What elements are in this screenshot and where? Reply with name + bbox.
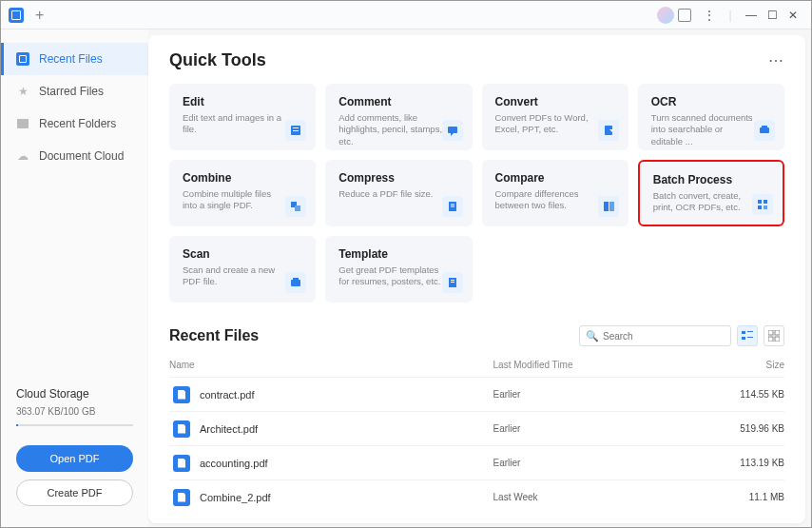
sidebar-item-label: Starred Files [39,85,104,98]
svg-rect-15 [764,200,767,204]
tool-title: OCR [651,95,771,108]
titlebar: + ⋮ | — ☐ ✕ [1,1,811,29]
svg-rect-24 [747,331,753,332]
svg-rect-2 [293,130,299,131]
tool-desc: Get great PDF templates for resumes, pos… [338,264,443,288]
file-name: contract.pdf [200,389,254,401]
sidebar: Recent Files Starred Files Recent Folder… [1,29,148,528]
tool-comment[interactable]: Comment Add comments, like highlights, p… [325,84,472,150]
tool-desc: Turn scanned documents into searchable o… [651,112,756,147]
cloud-storage-label: Cloud Storage [16,387,133,401]
quick-tools-heading: Quick Tools [169,50,768,70]
open-pdf-button[interactable]: Open PDF [16,445,133,472]
svg-rect-18 [291,280,300,286]
grid-icon [768,330,780,342]
pdf-file-icon [173,489,190,506]
cloud-storage-usage: 363.07 KB/100 GB [16,406,133,417]
pdf-file-icon [173,386,190,403]
svg-rect-21 [451,280,454,281]
recent-files-heading: Recent Files [169,327,579,344]
app-logo-icon [9,8,24,23]
table-row[interactable]: accounting.pdf Earlier 113.19 KB [169,445,784,479]
main-content: Quick Tools ⋯ Edit Edit text and images … [148,35,805,523]
svg-rect-28 [775,330,780,335]
col-size: Size [687,360,784,370]
batch-process-icon [752,194,773,215]
search-icon: 🔍 [586,330,599,342]
message-icon[interactable] [678,9,699,22]
divider: | [720,9,741,22]
search-input[interactable] [603,331,725,342]
svg-rect-29 [768,337,773,342]
tool-desc: Convert PDFs to Word, Excel, PPT, etc. [495,112,600,136]
list-view-button[interactable] [737,325,758,346]
storage-bar [16,424,133,426]
tool-title: Edit [183,95,302,108]
tool-template[interactable]: Template Get great PDF templates for res… [325,236,472,303]
sidebar-item-starred-files[interactable]: Starred Files [1,75,148,108]
tool-batch-process[interactable]: Batch Process Batch convert, create, pri… [638,160,784,226]
table-row[interactable]: contract.pdf Earlier 114.55 KB [169,377,784,411]
sidebar-item-label: Recent Folders [39,117,116,130]
col-name: Name [169,360,493,370]
recent-files-table: Name Last Modified Time Size contract.pd… [169,354,784,514]
comment-icon [442,120,463,141]
file-name: Combine_2.pdf [200,492,271,503]
file-time: Earlier [493,389,687,400]
tool-title: Batch Process [653,173,769,186]
pdf-file-icon [173,420,190,438]
menu-dots-icon[interactable]: ⋮ [699,9,720,22]
tool-edit[interactable]: Edit Edit text and images in a file. [169,84,316,150]
svg-rect-1 [293,127,299,128]
tool-convert[interactable]: Convert Convert PDFs to Word, Excel, PPT… [482,84,628,150]
minimize-button[interactable]: — [741,9,762,22]
svg-rect-19 [293,278,299,281]
sidebar-item-document-cloud[interactable]: Document Cloud [1,140,148,172]
svg-rect-30 [775,337,780,342]
close-button[interactable]: ✕ [783,9,803,22]
file-time: Earlier [493,423,687,434]
tool-ocr[interactable]: OCR Turn scanned documents into searchab… [638,84,784,150]
tool-title: Template [338,247,458,261]
svg-rect-26 [747,337,753,338]
combine-icon [285,196,306,217]
ocr-icon [754,120,775,141]
svg-rect-27 [768,330,773,335]
grid-view-button[interactable] [764,325,784,346]
search-field[interactable]: 🔍 [579,325,731,346]
table-header: Name Last Modified Time Size [169,354,784,377]
sidebar-item-recent-folders[interactable]: Recent Folders [1,108,148,140]
tool-title: Compare [495,171,615,185]
template-icon [442,272,463,293]
tool-scan[interactable]: Scan Scan and create a new PDF file. [169,236,316,303]
tool-desc: Combine multiple files into a single PDF… [183,188,287,212]
tool-compare[interactable]: Compare Compare differences between two … [482,160,628,226]
file-size: 113.19 KB [687,458,784,468]
tool-title: Compress [338,171,458,185]
scan-icon [285,272,306,293]
file-time: Last Week [493,492,687,502]
list-icon [742,330,753,342]
create-pdf-button[interactable]: Create PDF [16,479,133,506]
table-row[interactable]: Combine_2.pdf Last Week 11.1 MB [169,479,784,514]
quick-tools-more-icon[interactable]: ⋯ [768,51,784,69]
new-tab-button[interactable]: + [31,5,48,26]
svg-rect-23 [742,331,745,334]
maximize-button[interactable]: ☐ [762,9,783,22]
svg-rect-12 [604,202,609,211]
svg-rect-7 [760,127,769,133]
svg-marker-4 [451,133,454,136]
file-name: accounting.pdf [200,458,268,469]
convert-icon [598,120,619,141]
table-row[interactable]: Architect.pdf Earlier 519.96 KB [169,411,784,445]
tool-combine[interactable]: Combine Combine multiple files into a si… [169,160,316,226]
tool-compress[interactable]: Compress Reduce a PDF file size. [325,160,472,226]
svg-rect-3 [448,127,457,133]
tool-desc: Edit text and images in a file. [183,112,287,136]
svg-rect-17 [764,205,767,209]
file-size: 519.96 KB [687,423,784,434]
tool-title: Combine [183,171,302,185]
sidebar-item-recent-files[interactable]: Recent Files [1,43,148,75]
file-size: 114.55 KB [687,389,784,400]
profile-avatar[interactable] [657,7,674,24]
